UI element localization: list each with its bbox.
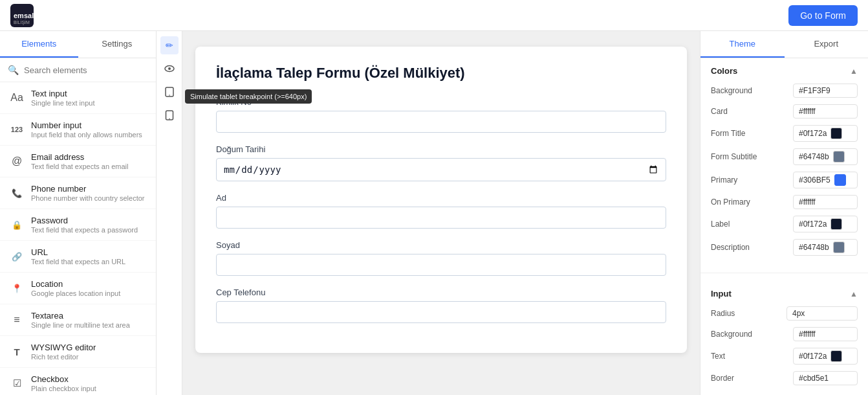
- tab-export[interactable]: Export: [785, 31, 869, 58]
- color-hex: #306BF5: [799, 175, 830, 185]
- search-icon: 🔍: [8, 65, 19, 75]
- list-item[interactable]: ≡ Textarea Single line or multiline text…: [0, 304, 156, 336]
- color-label: On Primary: [711, 198, 750, 207]
- canvas-area[interactable]: İlaçlama Talep Formu (Özel Mülkiyet) Kim…: [182, 31, 700, 395]
- svg-point-6: [169, 95, 170, 96]
- top-bar: emsal BİLİŞİM Go to Form: [0, 0, 868, 31]
- section-divider: [700, 273, 868, 273]
- color-value-label[interactable]: #0f172a: [793, 216, 858, 232]
- svg-text:emsal: emsal: [14, 12, 34, 19]
- element-desc: Input field that only allows numbers: [31, 131, 142, 139]
- list-item[interactable]: 📍 Location Google places location input: [0, 273, 156, 304]
- color-swatch: [830, 218, 842, 230]
- list-item[interactable]: 📞 Phone number Phone number with country…: [0, 177, 156, 209]
- search-box: 🔍: [0, 58, 156, 82]
- text-input-icon: Aa: [9, 90, 25, 106]
- color-value-primary[interactable]: #306BF5: [793, 172, 858, 188]
- color-value-on-primary[interactable]: #ffffff: [793, 195, 858, 209]
- svg-text:BİLİŞİM: BİLİŞİM: [14, 19, 30, 25]
- color-swatch: [830, 350, 842, 362]
- color-hex: #64748b: [799, 152, 829, 161]
- element-desc: Phone number with country selector: [31, 194, 144, 202]
- color-row-primary: Primary #306BF5: [711, 172, 858, 188]
- element-desc: Google places location input: [31, 289, 120, 297]
- phone-icon: 📞: [9, 185, 25, 201]
- element-name: Phone number: [31, 184, 144, 194]
- color-label: Border: [711, 374, 734, 383]
- color-hex: #ffffff: [799, 107, 816, 116]
- color-hex: #ffffff: [799, 330, 816, 339]
- element-desc: Text field that expects an email: [31, 163, 128, 170]
- field-label: Doğum Tarihi: [216, 144, 666, 154]
- tab-settings[interactable]: Settings: [78, 31, 157, 58]
- color-hex: #0f172a: [799, 220, 827, 229]
- color-value-input-text[interactable]: #0f172a: [793, 348, 858, 365]
- list-item[interactable]: @ Email address Text field that expects …: [0, 146, 156, 177]
- color-row-form-title: Form Title #0f172a: [711, 125, 858, 142]
- right-sidebar: Theme Export Colors ▲ Background #F1F3F9…: [700, 31, 868, 395]
- tab-theme[interactable]: Theme: [700, 31, 785, 58]
- preview-tool-button[interactable]: [160, 60, 179, 78]
- color-row-on-primary: On Primary #ffffff: [711, 195, 858, 209]
- element-name: Number input: [31, 120, 142, 130]
- color-label: Primary: [711, 175, 737, 185]
- input-chevron[interactable]: ▲: [850, 289, 858, 299]
- input-border-row: Border #cbd5e1: [700, 371, 868, 385]
- radius-input[interactable]: [787, 306, 858, 321]
- color-row-background: Background #F1F3F9: [711, 84, 858, 98]
- input-section-header: Input ▲: [700, 281, 868, 299]
- list-item[interactable]: Aa Text input Single line text input: [0, 82, 156, 114]
- list-item[interactable]: 🔒 Password Text field that expects a pas…: [0, 209, 156, 241]
- sidebar-tabs: Elements Settings: [0, 31, 156, 58]
- kimlik-no-input[interactable]: [216, 111, 666, 133]
- color-label: Card: [711, 107, 728, 116]
- element-desc: Rich text editor: [31, 353, 96, 361]
- colors-chevron[interactable]: ▲: [850, 67, 858, 76]
- list-item[interactable]: 123 Number input Input field that only a…: [0, 114, 156, 146]
- main-layout: Elements Settings 🔍 Aa Text input Single…: [0, 31, 868, 395]
- right-tabs: Theme Export: [700, 31, 868, 58]
- checkbox-icon: ☑: [9, 376, 25, 391]
- tablet-tool-button[interactable]: [160, 83, 179, 101]
- color-row-card: Card #ffffff: [711, 104, 858, 119]
- field-label: Ad: [216, 193, 666, 203]
- color-value-background[interactable]: #F1F3F9: [793, 84, 858, 98]
- radius-row: Radius: [700, 306, 868, 321]
- left-sidebar: Elements Settings 🔍 Aa Text input Single…: [0, 31, 157, 395]
- color-value-input-border[interactable]: #cbd5e1: [793, 371, 858, 385]
- tablet-tooltip: Simulate tablet breakpoint (>=640px): [185, 89, 312, 104]
- search-input[interactable]: [24, 65, 148, 75]
- go-to-form-button[interactable]: Go to Form: [788, 5, 858, 26]
- ad-input[interactable]: [216, 207, 666, 229]
- cep-telefonu-input[interactable]: [216, 301, 666, 323]
- list-item[interactable]: 🔗 URL Text field that expects an URL: [0, 241, 156, 273]
- edit-tool-button[interactable]: ✏: [160, 36, 179, 54]
- color-value-input-bg[interactable]: #ffffff: [793, 327, 858, 341]
- color-value-description[interactable]: #64748b: [793, 239, 858, 256]
- tab-elements[interactable]: Elements: [0, 31, 78, 58]
- color-row-form-subtitle: Form Subtitle #64748b: [711, 148, 858, 165]
- colors-title: Colors: [711, 66, 737, 76]
- color-value-form-subtitle[interactable]: #64748b: [793, 148, 858, 165]
- element-name: URL: [31, 247, 125, 257]
- element-name: Text input: [31, 89, 94, 98]
- location-icon: 📍: [9, 280, 25, 296]
- dogum-tarihi-input[interactable]: [216, 158, 666, 181]
- number-input-icon: 123: [9, 122, 25, 137]
- element-desc: Single line or multiline text area: [31, 321, 130, 329]
- wysiwyg-icon: T: [9, 344, 25, 359]
- logo: emsal BİLİŞİM: [10, 4, 34, 27]
- color-value-card[interactable]: #ffffff: [793, 104, 858, 119]
- element-name: Location: [31, 279, 120, 289]
- color-hex: #cbd5e1: [799, 374, 829, 383]
- list-item[interactable]: ☑ Checkbox Plain checkbox input: [0, 368, 156, 395]
- soyad-input[interactable]: [216, 254, 666, 276]
- password-icon: 🔒: [9, 217, 25, 232]
- color-swatch: [834, 174, 846, 186]
- color-label: Description: [711, 243, 750, 252]
- color-value-form-title[interactable]: #0f172a: [793, 125, 858, 142]
- color-hex: #0f172a: [799, 129, 827, 138]
- input-title: Input: [711, 289, 732, 299]
- phone-tool-button[interactable]: [160, 106, 179, 124]
- list-item[interactable]: T WYSIWYG editor Rich text editor: [0, 336, 156, 368]
